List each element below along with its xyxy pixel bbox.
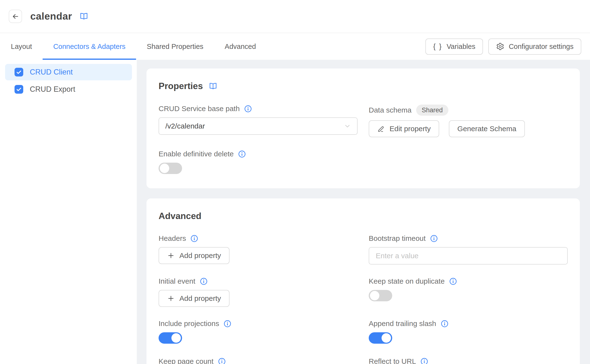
info-icon[interactable] — [238, 150, 246, 158]
reflect-to-url-label-row: Reflect to URL — [369, 357, 568, 364]
field-label-text: Headers — [159, 234, 186, 243]
headers-label-row: Headers — [159, 234, 358, 243]
configurator-settings-button[interactable]: Configurator settings — [488, 38, 581, 55]
properties-card-title: Properties — [159, 81, 568, 91]
tab-label: Connectors & Adapters — [53, 43, 125, 51]
check-icon — [16, 86, 22, 92]
curly-braces-icon: { } — [433, 42, 442, 51]
variables-button[interactable]: { } Variables — [425, 38, 483, 55]
keep-state-toggle[interactable] — [369, 290, 392, 301]
tab-label: Advanced — [225, 43, 256, 51]
sidebar-item-crud-client[interactable]: CRUD Client — [5, 64, 132, 80]
edit-property-button[interactable]: Edit property — [369, 120, 439, 137]
button-label: Add property — [179, 294, 221, 303]
include-projections-field: Include projections — [159, 319, 358, 345]
data-schema-buttons: Edit property Generate Schema — [369, 120, 568, 137]
button-label: Edit property — [390, 125, 431, 133]
sidebar-item-crud-export[interactable]: CRUD Export — [5, 81, 132, 98]
initial-event-label-row: Initial event — [159, 277, 358, 285]
card-title-text: Properties — [159, 81, 203, 91]
checkbox-crud-client[interactable] — [15, 68, 23, 76]
arrow-left-icon — [12, 13, 19, 20]
tab-advanced[interactable]: Advanced — [214, 33, 267, 60]
info-icon[interactable] — [244, 105, 252, 113]
keep-page-count-field: Keep page count — [159, 357, 358, 364]
checkbox-crud-export[interactable] — [15, 85, 23, 94]
chevron-down-icon — [344, 123, 351, 129]
tab-shared-properties[interactable]: Shared Properties — [136, 33, 214, 60]
toggle-knob — [382, 333, 391, 343]
info-icon[interactable] — [224, 320, 231, 327]
include-projections-label-row: Include projections — [159, 319, 358, 328]
append-trailing-slash-label-row: Append trailing slash — [369, 319, 568, 328]
variables-button-label: Variables — [447, 43, 475, 51]
field-label-text: Initial event — [159, 277, 195, 285]
advanced-card: Advanced Headers Add propert — [146, 198, 580, 364]
base-path-selected-value: /v2/calendar — [165, 122, 205, 130]
tab-layout[interactable]: Layout — [11, 33, 43, 60]
back-button[interactable] — [9, 10, 22, 23]
keep-state-field: Keep state on duplicate — [369, 277, 568, 307]
shared-badge: Shared — [416, 105, 448, 116]
gear-icon — [496, 42, 504, 51]
tab-connectors-adapters[interactable]: Connectors & Adapters — [43, 33, 136, 60]
settings-button-label: Configurator settings — [509, 43, 574, 51]
field-label-text: Keep page count — [159, 357, 214, 364]
field-label-text: Reflect to URL — [369, 357, 416, 364]
plus-icon — [167, 295, 175, 302]
data-schema-field: Data schema Shared Edit property Generat… — [369, 105, 568, 137]
keep-page-count-label-row: Keep page count — [159, 357, 358, 364]
field-label-text: CRUD Service base path — [159, 105, 240, 113]
field-label-text: Data schema — [369, 106, 412, 114]
headers-field: Headers Add property — [159, 234, 358, 265]
tab-label: Shared Properties — [147, 43, 203, 51]
toggle-knob — [160, 164, 169, 173]
tab-label: Layout — [11, 43, 32, 51]
data-schema-label-row: Data schema Shared — [369, 105, 568, 116]
tab-bar: Layout Connectors & Adapters Shared Prop… — [0, 33, 590, 60]
advanced-card-title: Advanced — [159, 211, 568, 221]
button-label: Generate Schema — [457, 125, 516, 133]
connectors-sidebar: CRUD Client CRUD Export — [0, 60, 137, 364]
main-panel: Properties CRUD Service base path /v2/ca… — [137, 60, 590, 364]
base-path-field: CRUD Service base path /v2/calendar — [159, 105, 358, 137]
toolbar: { } Variables Configurator settings — [425, 38, 581, 55]
append-trailing-slash-field: Append trailing slash — [369, 319, 568, 345]
base-path-select[interactable]: /v2/calendar — [159, 117, 358, 135]
info-icon[interactable] — [191, 235, 198, 242]
field-label-text: Keep state on duplicate — [369, 277, 445, 285]
field-label-text: Enable definitive delete — [159, 150, 234, 158]
check-icon — [16, 69, 22, 75]
card-title-text: Advanced — [159, 211, 201, 221]
info-icon[interactable] — [421, 358, 428, 364]
toggle-knob — [171, 333, 181, 343]
field-label-text: Include projections — [159, 319, 219, 328]
docs-book-icon[interactable] — [79, 12, 88, 21]
keep-state-label-row: Keep state on duplicate — [369, 277, 568, 285]
initial-event-field: Initial event Add property — [159, 277, 358, 307]
definitive-delete-label-row: Enable definitive delete — [159, 150, 568, 158]
headers-add-property-button[interactable]: Add property — [159, 247, 230, 264]
generate-schema-button[interactable]: Generate Schema — [449, 120, 525, 137]
content-area: CRUD Client CRUD Export Properties — [0, 60, 590, 364]
reflect-to-url-field: Reflect to URL — [369, 357, 568, 364]
info-icon[interactable] — [441, 320, 448, 327]
include-projections-toggle[interactable] — [159, 332, 182, 344]
append-trailing-slash-toggle[interactable] — [369, 332, 392, 344]
field-label-text: Bootstrap timeout — [369, 234, 426, 243]
docs-book-icon[interactable] — [209, 82, 217, 91]
info-icon[interactable] — [218, 358, 226, 364]
page-title: calendar — [30, 11, 72, 22]
bootstrap-timeout-field: Bootstrap timeout — [369, 234, 568, 265]
toggle-knob — [370, 291, 379, 300]
bootstrap-timeout-label-row: Bootstrap timeout — [369, 234, 568, 243]
info-icon[interactable] — [449, 278, 457, 285]
plus-icon — [167, 252, 175, 259]
definitive-delete-field: Enable definitive delete — [159, 150, 568, 175]
initial-event-add-property-button[interactable]: Add property — [159, 290, 230, 307]
info-icon[interactable] — [200, 278, 207, 285]
definitive-delete-toggle[interactable] — [159, 163, 182, 174]
button-label: Add property — [179, 251, 221, 260]
bootstrap-timeout-input[interactable] — [369, 247, 568, 265]
info-icon[interactable] — [430, 235, 438, 242]
